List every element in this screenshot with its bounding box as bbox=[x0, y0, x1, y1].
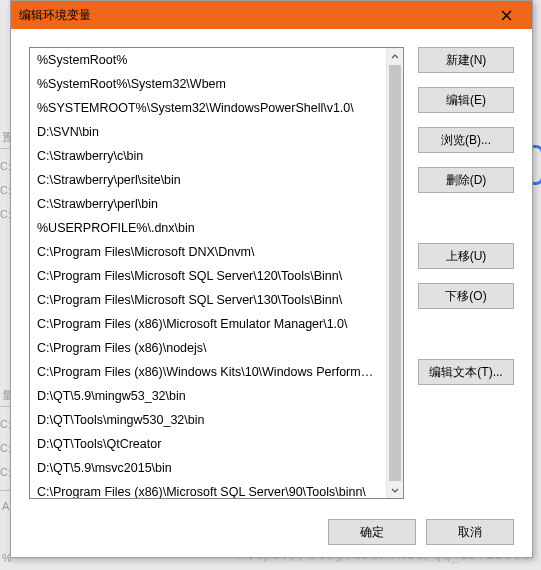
scroll-up-button[interactable] bbox=[387, 48, 403, 65]
titlebar: 编辑环境变量 bbox=[11, 1, 532, 29]
move-up-button[interactable]: 上移(U) bbox=[418, 243, 514, 269]
dialog-footer: 确定 取消 bbox=[29, 499, 514, 545]
list-item[interactable]: C:\Program Files (x86)\Microsoft SQL Ser… bbox=[30, 480, 386, 498]
list-item[interactable]: %SystemRoot%\System32\Wbem bbox=[30, 72, 386, 96]
side-buttons: 新建(N) 编辑(E) 浏览(B)... 删除(D) 上移(U) 下移(O) 编… bbox=[418, 47, 514, 499]
dialog-content: %SystemRoot%%SystemRoot%\System32\Wbem%S… bbox=[11, 29, 532, 557]
ok-button[interactable]: 确定 bbox=[328, 519, 416, 545]
close-button[interactable] bbox=[486, 3, 526, 27]
scrollbar-thumb[interactable] bbox=[389, 65, 401, 481]
chevron-up-icon bbox=[391, 53, 399, 61]
edit-env-var-dialog: 编辑环境变量 %SystemRoot%%SystemRoot%\System32… bbox=[10, 0, 533, 558]
list-item[interactable]: D:\QT\Tools\QtCreator bbox=[30, 432, 386, 456]
list-item[interactable]: C:\Program Files (x86)\Microsoft Emulato… bbox=[30, 312, 386, 336]
new-button[interactable]: 新建(N) bbox=[418, 47, 514, 73]
edit-button[interactable]: 编辑(E) bbox=[418, 87, 514, 113]
path-listbox[interactable]: %SystemRoot%%SystemRoot%\System32\Wbem%S… bbox=[29, 47, 404, 499]
list-item[interactable]: C:\Program Files\Microsoft SQL Server\13… bbox=[30, 288, 386, 312]
list-item[interactable]: D:\QT\5.9\msvc2015\bin bbox=[30, 456, 386, 480]
delete-button[interactable]: 删除(D) bbox=[418, 167, 514, 193]
list-item[interactable]: %SystemRoot% bbox=[30, 48, 386, 72]
browse-button[interactable]: 浏览(B)... bbox=[418, 127, 514, 153]
move-down-button[interactable]: 下移(O) bbox=[418, 283, 514, 309]
list-item[interactable]: C:\Program Files\Microsoft SQL Server\12… bbox=[30, 264, 386, 288]
scroll-down-button[interactable] bbox=[387, 481, 403, 498]
chevron-down-icon bbox=[391, 486, 399, 494]
cancel-button[interactable]: 取消 bbox=[426, 519, 514, 545]
list-item[interactable]: C:\Program Files (x86)\Windows Kits\10\W… bbox=[30, 360, 386, 384]
list-item[interactable]: C:\Program Files\Microsoft DNX\Dnvm\ bbox=[30, 240, 386, 264]
list-item[interactable]: C:\Strawberry\perl\bin bbox=[30, 192, 386, 216]
list-item[interactable]: %USERPROFILE%\.dnx\bin bbox=[30, 216, 386, 240]
list-item[interactable]: C:\Strawberry\perl\site\bin bbox=[30, 168, 386, 192]
list-item[interactable]: D:\QT\5.9\mingw53_32\bin bbox=[30, 384, 386, 408]
list-item[interactable]: %SYSTEMROOT%\System32\WindowsPowerShell\… bbox=[30, 96, 386, 120]
list-item[interactable]: D:\SVN\bin bbox=[30, 120, 386, 144]
list-item[interactable]: C:\Program Files (x86)\nodejs\ bbox=[30, 336, 386, 360]
edit-text-button[interactable]: 编辑文本(T)... bbox=[418, 359, 514, 385]
scrollbar[interactable] bbox=[386, 48, 403, 498]
list-item[interactable]: D:\QT\Tools\mingw530_32\bin bbox=[30, 408, 386, 432]
scrollbar-track[interactable] bbox=[387, 65, 403, 481]
close-icon bbox=[501, 10, 512, 21]
dialog-title: 编辑环境变量 bbox=[19, 7, 486, 24]
list-item[interactable]: C:\Strawberry\c\bin bbox=[30, 144, 386, 168]
